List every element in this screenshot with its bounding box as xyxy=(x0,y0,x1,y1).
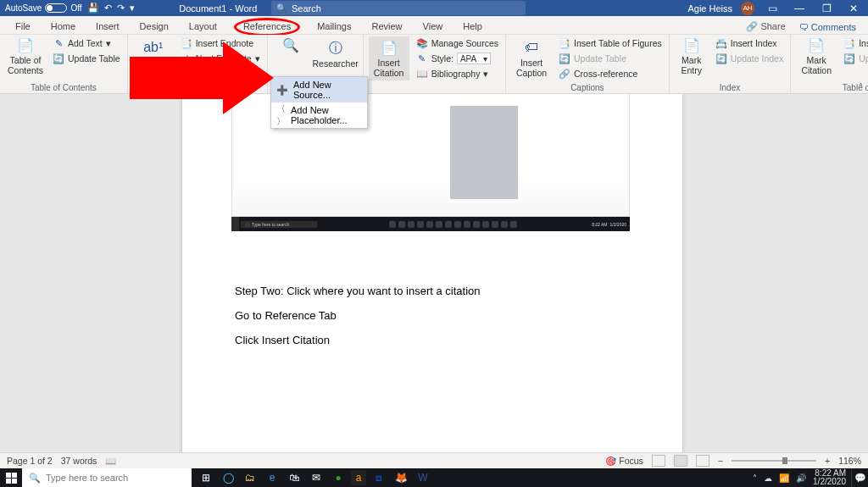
window-close-icon[interactable]: ✕ xyxy=(844,3,863,14)
window-minimize-icon[interactable]: — xyxy=(790,3,809,14)
status-page[interactable]: Page 1 of 2 xyxy=(7,456,53,466)
smart-lookup-button[interactable]: 🔍 Smart Lookup xyxy=(273,36,309,72)
tab-view[interactable]: View xyxy=(413,19,453,34)
qat-save-icon[interactable]: 💾 xyxy=(87,3,99,14)
zoom-in-button[interactable]: + xyxy=(825,456,830,466)
manage-sources-button[interactable]: 📚Manage Sources xyxy=(415,36,500,50)
insert-index-button[interactable]: 📇Insert Index xyxy=(714,36,785,50)
update-toc-button[interactable]: 🔄Update Table xyxy=(51,52,122,65)
qat-redo-icon[interactable]: ↷ xyxy=(117,3,125,14)
mail-icon[interactable]: ✉ xyxy=(307,468,326,487)
view-print-button[interactable] xyxy=(674,455,687,467)
mark-citation-button[interactable]: 📄 Mark Citation xyxy=(796,36,837,75)
next-footnote-button[interactable]: abNext Footnote ▾ xyxy=(179,52,262,65)
tab-mailings[interactable]: Mailings xyxy=(307,19,361,34)
tab-design[interactable]: Design xyxy=(130,19,179,34)
document-workspace[interactable]: ◌Type here to search 8:22 AM1/2/2020 Ste… xyxy=(0,94,868,452)
tray-chevron-icon[interactable]: ˄ xyxy=(753,473,757,483)
ribbon-display-icon[interactable]: ▭ xyxy=(763,3,782,14)
tray-clock[interactable]: 8:22 AM 1/2/2020 xyxy=(813,469,846,486)
update-toa-button: 🔄Update Table xyxy=(842,52,868,65)
qat-more-icon[interactable]: ▾ xyxy=(130,3,135,14)
page[interactable]: ◌Type here to search 8:22 AM1/2/2020 Ste… xyxy=(182,94,682,452)
toc-button[interactable]: 📄 Table of Contents xyxy=(5,36,46,75)
cortana-icon[interactable]: ◯ xyxy=(219,468,237,487)
group-captions-label: Captions xyxy=(511,83,664,93)
mark-citation-label: Mark Citation xyxy=(801,55,832,75)
store-icon[interactable]: 🛍 xyxy=(285,468,303,487)
qat-undo-icon[interactable]: ↶ xyxy=(104,3,112,14)
collapse-ribbon-icon[interactable]: ˄ xyxy=(859,82,863,91)
insert-table-figures-button[interactable]: 📑Insert Table of Figures xyxy=(557,36,664,50)
amazon-icon[interactable]: a xyxy=(351,470,366,485)
doc-line-1[interactable]: Step Two: Click where you want to insert… xyxy=(235,285,481,297)
tray-volume-icon[interactable]: 🔊 xyxy=(796,473,806,483)
autosave-toggle[interactable]: AutoSave Off xyxy=(5,3,82,13)
taskview-icon[interactable]: ⊞ xyxy=(197,468,215,487)
insert-footnote-button[interactable]: ab¹ Insert Footnote xyxy=(133,36,174,80)
tab-file[interactable]: File xyxy=(5,19,41,34)
tray-onedrive-icon[interactable]: ☁ xyxy=(764,473,772,483)
menu-add-new-source[interactable]: ➕ Add New Source... xyxy=(271,77,367,102)
tab-home[interactable]: Home xyxy=(41,19,86,34)
tab-help[interactable]: Help xyxy=(453,19,492,34)
endnote-icon: 📑 xyxy=(181,37,192,49)
word-icon[interactable]: W xyxy=(414,468,432,487)
smart-lookup-icon: 🔍 xyxy=(282,36,299,53)
embedded-search-text: Type here to search xyxy=(252,222,289,227)
add-placeholder-icon: 〈 〉 xyxy=(276,109,286,121)
tray-date: 1/2/2020 xyxy=(813,478,846,486)
focus-mode-button[interactable]: 🎯 Focus xyxy=(605,456,643,467)
status-proofing-icon[interactable]: 📖 xyxy=(105,456,116,467)
quickbooks-icon[interactable]: ● xyxy=(329,468,348,487)
edge-icon[interactable]: e xyxy=(263,468,281,487)
insert-endnote-button[interactable]: 📑Insert Endnote xyxy=(179,36,262,50)
zoom-level[interactable]: 116% xyxy=(838,456,861,466)
style-value[interactable]: APA▾ xyxy=(457,53,491,64)
titlebar-search[interactable]: 🔍 Search xyxy=(271,1,526,15)
update-captions-icon: 🔄 xyxy=(559,53,570,64)
explorer-icon[interactable]: 🗂 xyxy=(241,468,259,487)
group-toa: 📄 Mark Citation 📑Insert Table of Authori… xyxy=(791,35,868,93)
start-button[interactable] xyxy=(0,473,22,484)
zoom-slider[interactable] xyxy=(732,460,816,462)
zoom-out-button[interactable]: − xyxy=(718,456,723,466)
cross-reference-button[interactable]: 🔗Cross-reference xyxy=(557,67,664,80)
bibliography-button[interactable]: 📖Bibliography ▾ xyxy=(415,67,500,80)
share-label: Share xyxy=(760,21,785,31)
add-text-button[interactable]: ✎Add Text ▾ xyxy=(51,36,122,50)
mark-entry-button[interactable]: 📄 Mark Entry xyxy=(675,36,709,75)
firefox-icon[interactable]: 🦊 xyxy=(392,468,410,487)
view-web-button[interactable] xyxy=(696,455,709,467)
group-footnotes: ab¹ Insert Footnote 📑Insert Endnote abNe… xyxy=(128,35,268,93)
menu-add-new-placeholder-label: Add New Placeholder... xyxy=(291,105,362,125)
table-figures-icon: 📑 xyxy=(559,37,570,49)
citation-style-select[interactable]: ✎Style: APA▾ xyxy=(415,52,500,65)
view-read-button[interactable] xyxy=(652,455,665,467)
share-button[interactable]: 🔗 Share xyxy=(739,19,792,34)
avatar[interactable]: AH xyxy=(741,2,754,15)
dropbox-icon[interactable]: ⧈ xyxy=(370,468,388,487)
mark-entry-label: Mark Entry xyxy=(681,55,702,75)
insert-caption-button[interactable]: 🏷 Insert Caption xyxy=(511,36,552,80)
tray-wifi-icon[interactable]: 📶 xyxy=(779,473,789,483)
doc-line-2[interactable]: Go to Reference Tab xyxy=(235,309,481,322)
status-words[interactable]: 37 words xyxy=(61,456,97,466)
insert-toa-button[interactable]: 📑Insert Table of Authorities xyxy=(842,36,868,50)
insert-citation-button[interactable]: 📄 Insert Citation xyxy=(369,36,409,80)
user-name[interactable]: Agie Heiss xyxy=(687,3,732,14)
tab-review[interactable]: Review xyxy=(362,19,413,34)
tab-layout[interactable]: Layout xyxy=(179,19,227,34)
action-center-button[interactable]: 💬 xyxy=(851,468,868,487)
comments-button[interactable]: 🗨 Comments xyxy=(793,20,863,34)
tab-references[interactable]: References xyxy=(227,19,307,34)
window-restore-icon[interactable]: ❐ xyxy=(817,3,836,14)
taskbar-search[interactable]: 🔍 Type here to search xyxy=(22,468,192,487)
doc-line-3[interactable]: Click Insert Citation xyxy=(235,334,481,346)
bibliography-icon: 📖 xyxy=(416,68,428,80)
bibliography-label: Bibliography xyxy=(431,69,481,79)
researcher-button[interactable]: ⓘ Researcher xyxy=(314,36,358,72)
tab-insert[interactable]: Insert xyxy=(86,19,130,34)
document-body[interactable]: Step Two: Click where you want to insert… xyxy=(235,285,481,358)
menu-add-new-placeholder[interactable]: 〈 〉 Add New Placeholder... xyxy=(271,102,367,128)
